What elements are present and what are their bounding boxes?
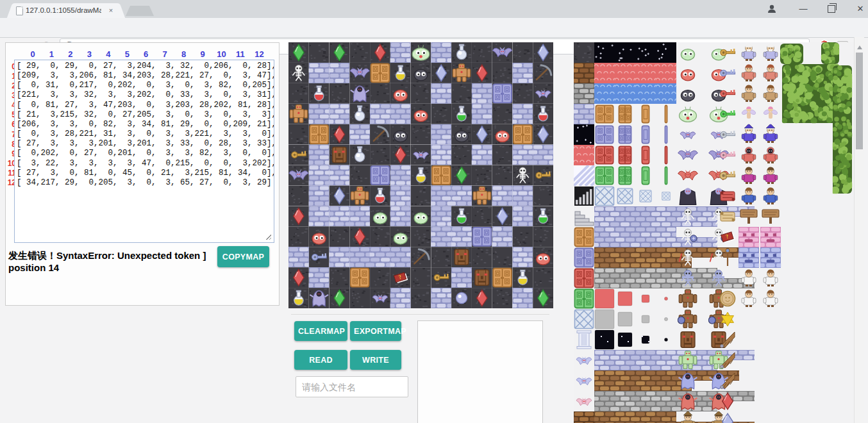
matrix-textarea[interactable] — [14, 60, 274, 243]
exportmap-button[interactable]: EXPORTMAP — [350, 321, 401, 341]
write-button[interactable]: WRITE — [350, 350, 401, 370]
scrollbar-thumb[interactable] — [856, 53, 863, 149]
col-header: 7 — [155, 49, 174, 59]
col-header: 1 — [42, 49, 61, 59]
matrix-editor-panel: 0123456789101112 0123456789101112 发生错误！S… — [5, 42, 280, 306]
col-header: 3 — [79, 49, 99, 59]
col-header: 12 — [249, 49, 269, 59]
close-icon[interactable]: ✕ — [855, 4, 865, 14]
minimize-icon[interactable]: — — [798, 4, 808, 14]
map-canvas[interactable] — [288, 42, 553, 308]
restore-icon[interactable] — [828, 5, 835, 13]
textarea-resize-grip[interactable] — [265, 234, 271, 240]
col-header: 6 — [137, 49, 156, 59]
profile-icon[interactable] — [767, 4, 777, 14]
page-favicon-icon — [16, 6, 23, 15]
page-scrollbar[interactable] — [854, 37, 864, 423]
col-header: 8 — [174, 49, 194, 59]
browser-tab-bar: 127.0.0.1:1055/drawMa × — ✕ — [0, 0, 868, 18]
clearmap-button[interactable]: CLEARMAP — [294, 321, 347, 341]
scrollbar-up-arrow-icon[interactable] — [857, 46, 862, 49]
col-header: 10 — [212, 49, 231, 59]
tab-close-icon[interactable]: × — [107, 6, 115, 14]
filename-input[interactable] — [296, 376, 408, 397]
new-tab-button[interactable] — [126, 6, 154, 16]
browser-toolbar: ← → ↻ ⓘ 127.0.0.1:1055/drawMapGUI.html ☆… — [0, 18, 868, 38]
read-button[interactable]: READ — [294, 350, 347, 370]
col-header: 9 — [193, 49, 212, 59]
browser-tab[interactable]: 127.0.0.1:1055/drawMa × — [14, 3, 118, 18]
col-header: 11 — [231, 49, 250, 59]
col-header: 2 — [61, 49, 80, 59]
copymap-button[interactable]: COPYMAP — [217, 246, 269, 267]
col-header: 0 — [23, 49, 42, 59]
error-message: 发生错误！SyntaxError: Unexpected token ] pos… — [8, 249, 221, 274]
col-header: 5 — [117, 49, 137, 59]
tab-title: 127.0.0.1:1055/drawMa — [26, 6, 101, 15]
col-header: 4 — [99, 49, 118, 59]
divider-line — [291, 314, 549, 315]
tileset-palette-canvas[interactable] — [574, 42, 854, 423]
export-output-box — [417, 320, 543, 423]
